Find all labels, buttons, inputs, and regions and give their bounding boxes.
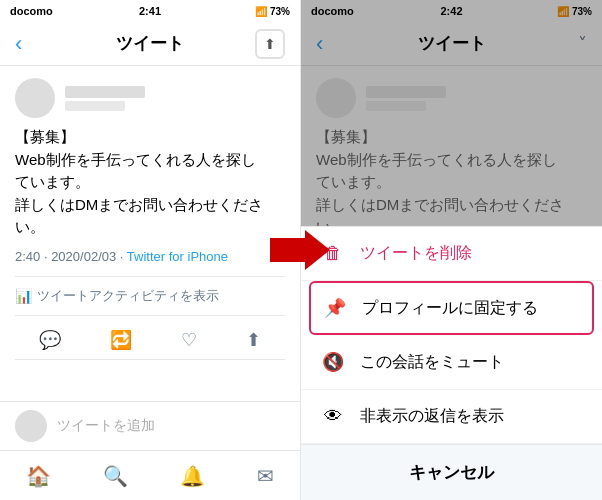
arrow-indicator — [270, 230, 330, 270]
tab-notifications-left[interactable]: 🔔 — [180, 464, 205, 488]
avatar-left — [15, 78, 55, 118]
share-icon: ⬆ — [264, 36, 276, 52]
tab-search-left[interactable]: 🔍 — [103, 464, 128, 488]
delete-tweet-button[interactable]: 🗑 ツイートを削除 — [301, 227, 602, 281]
status-indicators-left: 📶 73% — [255, 6, 290, 17]
mute-label: この会話をミュート — [360, 352, 504, 373]
carrier-left: docomo — [10, 5, 53, 17]
like-icon[interactable]: ♡ — [181, 329, 197, 351]
cancel-button[interactable]: キャンセル — [301, 444, 602, 500]
pin-icon: 📌 — [323, 297, 347, 319]
battery-left: 73% — [270, 6, 290, 17]
overlay-background — [301, 0, 602, 230]
more-button-left[interactable]: ⬆ — [255, 29, 285, 59]
tab-bar-left: 🏠 🔍 🔔 ✉ — [0, 450, 300, 500]
cancel-label: キャンセル — [409, 461, 494, 484]
user-info-left — [65, 86, 145, 111]
reply-icon[interactable]: 💬 — [39, 329, 61, 351]
mute-icon: 🔇 — [321, 351, 345, 373]
signal-icon-left: 📶 — [255, 6, 267, 17]
retweet-icon[interactable]: 🔁 — [110, 329, 132, 351]
right-panel: docomo 2:42 📶 73% ‹ ツイート ˅ 【募集】 — [301, 0, 602, 500]
tab-home-left[interactable]: 🏠 — [26, 464, 51, 488]
time-left: 2:41 — [139, 5, 161, 17]
delete-label: ツイートを削除 — [360, 243, 472, 264]
reply-area-left[interactable]: ツイートを追加 — [0, 401, 300, 450]
hide-replies-button[interactable]: 👁 非表示の返信を表示 — [301, 390, 602, 444]
right-panel-wrapper: docomo 2:42 📶 73% ‹ ツイート ˅ 【募集】 — [301, 0, 602, 500]
tweet-header-left — [15, 78, 285, 118]
tab-messages-left[interactable]: ✉ — [257, 464, 274, 488]
tweet-meta-left: 2:40 · 2020/02/03 · Twitter for iPhone — [15, 249, 285, 264]
hide-icon: 👁 — [321, 406, 345, 427]
dropdown-menu: 🗑 ツイートを削除 📌 プロフィールに固定する 🔇 この会話をミュート 👁 非表… — [301, 226, 602, 500]
tweet-activity-left[interactable]: 📊 ツイートアクティビティを表示 — [15, 276, 285, 316]
svg-marker-0 — [270, 230, 330, 270]
tweet-text-left: 【募集】 Web制作を手伝ってくれる人を探し ています。 詳しくはDMまでお問い… — [15, 126, 285, 239]
user-name-left — [65, 86, 145, 98]
nav-header-left: ‹ ツイート ⬆ — [0, 22, 300, 66]
back-button-left[interactable]: ‹ — [15, 33, 22, 55]
status-bar-left: docomo 2:41 📶 73% — [0, 0, 300, 22]
left-panel: docomo 2:41 📶 73% ‹ ツイート ⬆ 【募集】 Web制作を手伝… — [0, 0, 301, 500]
nav-title-left: ツイート — [116, 32, 184, 55]
share-action-icon[interactable]: ⬆ — [246, 329, 261, 351]
user-handle-left — [65, 101, 125, 111]
hide-replies-label: 非表示の返信を表示 — [360, 406, 504, 427]
pin-label: プロフィールに固定する — [362, 298, 538, 319]
reply-avatar-left — [15, 410, 47, 442]
activity-icon: 📊 — [15, 288, 32, 304]
pin-tweet-button[interactable]: 📌 プロフィールに固定する — [309, 281, 594, 335]
reply-input-left[interactable]: ツイートを追加 — [57, 417, 285, 435]
action-bar-left: 💬 🔁 ♡ ⬆ — [15, 321, 285, 360]
mute-conversation-button[interactable]: 🔇 この会話をミュート — [301, 335, 602, 390]
